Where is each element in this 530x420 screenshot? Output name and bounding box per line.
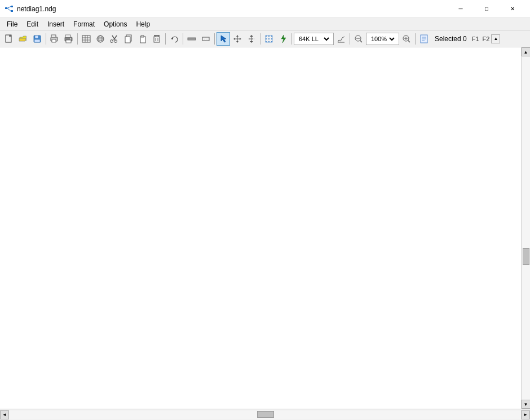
line-button[interactable] <box>185 32 198 46</box>
menu-help[interactable]: Help <box>131 18 154 30</box>
print-icon <box>64 34 73 43</box>
paste-button[interactable] <box>136 32 149 46</box>
title-bar: netdiag1.ndg ─ □ ✕ <box>0 0 530 18</box>
svg-rect-45 <box>202 37 209 41</box>
sep5 <box>214 33 215 45</box>
delete-button[interactable] <box>150 32 164 46</box>
zoom-in-button[interactable] <box>400 32 413 46</box>
window-controls: ─ □ ✕ <box>448 0 525 18</box>
menu-format[interactable]: Format <box>69 18 99 30</box>
scroll-right-button[interactable]: ► <box>521 410 530 419</box>
network-select[interactable]: 64K LL 128K LL 256K LL 512K LL 1M LL <box>297 35 331 43</box>
sep4 <box>183 33 183 45</box>
zoom-dropdown[interactable]: 50% 75% 100% 125% 150% 200% <box>366 33 399 45</box>
title-bar-left: netdiag1.ndg <box>5 5 56 14</box>
canvas-area[interactable] <box>0 47 521 409</box>
save-icon <box>33 34 42 43</box>
zoom-select[interactable]: 50% 75% 100% 125% 150% 200% <box>369 35 396 43</box>
page-icon <box>419 34 429 43</box>
f2-button[interactable]: F2 <box>482 36 491 42</box>
svg-point-62 <box>266 38 267 39</box>
toolbar-scroll-up[interactable]: ▲ <box>491 34 500 43</box>
resize-button[interactable] <box>245 32 258 46</box>
network-dropdown[interactable]: 64K LL 128K LL 256K LL 512K LL 1M LL <box>294 33 334 45</box>
select-button[interactable] <box>217 32 230 46</box>
svg-point-59 <box>266 36 267 37</box>
zoom-in-icon <box>402 34 411 43</box>
scrollbar-vertical: ▲ ▼ <box>521 47 530 409</box>
table-icon <box>82 34 91 43</box>
print-preview-button[interactable] <box>48 32 61 46</box>
select-icon <box>219 34 228 43</box>
scroll-track-h[interactable] <box>9 410 521 419</box>
bandwidth-button[interactable] <box>334 32 348 46</box>
f1-button[interactable]: F1 <box>471 36 480 42</box>
svg-rect-2 <box>11 10 13 12</box>
scroll-thumb-v[interactable] <box>523 248 529 265</box>
svg-marker-50 <box>236 41 238 43</box>
line-icon <box>187 34 196 43</box>
move-button[interactable] <box>231 32 244 46</box>
svg-line-73 <box>341 38 342 41</box>
undo-button[interactable] <box>167 32 181 46</box>
svg-line-3 <box>7 6 11 8</box>
svg-line-71 <box>338 40 339 42</box>
svg-rect-1 <box>11 6 13 7</box>
copy-button[interactable] <box>122 32 135 46</box>
svg-rect-35 <box>141 36 144 37</box>
app-icon <box>5 5 14 14</box>
scroll-left-button[interactable]: ◄ <box>0 410 9 419</box>
delete-icon <box>152 34 161 43</box>
bottom-bar: ◄ ► <box>0 409 530 420</box>
menu-file[interactable]: File <box>2 18 22 30</box>
svg-point-64 <box>271 38 272 39</box>
save-button[interactable] <box>30 32 44 46</box>
scroll-up-button[interactable]: ▲ <box>522 47 531 56</box>
connector-button[interactable] <box>276 32 290 46</box>
svg-point-17 <box>70 38 71 39</box>
zoom-out-button[interactable] <box>352 32 365 46</box>
svg-marker-49 <box>236 35 238 37</box>
border-button[interactable] <box>199 32 213 46</box>
new-button[interactable] <box>2 32 16 46</box>
function-buttons: F1 F2 <box>471 36 491 42</box>
menu-bar: File Edit Insert Format Options Help <box>0 18 530 30</box>
table-button[interactable] <box>80 32 93 46</box>
menu-options[interactable]: Options <box>99 18 131 30</box>
selected-label: Selected 0 <box>431 35 470 43</box>
maximize-button[interactable]: □ <box>474 0 500 18</box>
sep8 <box>350 33 350 45</box>
svg-point-60 <box>268 36 270 37</box>
sep3 <box>165 33 166 45</box>
svg-rect-36 <box>154 37 160 42</box>
svg-point-63 <box>268 38 270 39</box>
scroll-down-button[interactable]: ▼ <box>522 400 531 409</box>
network-icon <box>96 34 105 43</box>
svg-marker-52 <box>240 38 241 40</box>
zoom-out-icon <box>354 34 363 43</box>
grid-button[interactable] <box>262 32 276 46</box>
svg-point-67 <box>271 41 272 42</box>
network-button[interactable] <box>94 32 107 46</box>
scroll-thumb-h[interactable] <box>257 411 274 418</box>
menu-edit[interactable]: Edit <box>22 18 43 30</box>
minimize-button[interactable]: ─ <box>448 0 474 18</box>
close-button[interactable]: ✕ <box>500 0 525 18</box>
scroll-track-v[interactable] <box>522 56 530 400</box>
print-button[interactable] <box>62 32 76 46</box>
open-button[interactable] <box>16 32 30 46</box>
svg-marker-51 <box>233 38 235 40</box>
open-icon <box>19 34 28 43</box>
svg-rect-33 <box>125 37 130 43</box>
grid-icon <box>264 34 273 43</box>
menu-insert[interactable]: Insert <box>43 18 69 30</box>
svg-marker-55 <box>250 35 253 37</box>
page-button[interactable] <box>417 32 431 46</box>
svg-line-74 <box>342 37 344 38</box>
svg-marker-56 <box>250 41 253 43</box>
cut-button[interactable] <box>108 32 121 46</box>
svg-rect-10 <box>34 39 40 42</box>
svg-rect-16 <box>66 40 71 43</box>
svg-rect-13 <box>52 39 56 42</box>
toolbar: 64K LL 128K LL 256K LL 512K LL 1M LL 50%… <box>0 30 530 47</box>
